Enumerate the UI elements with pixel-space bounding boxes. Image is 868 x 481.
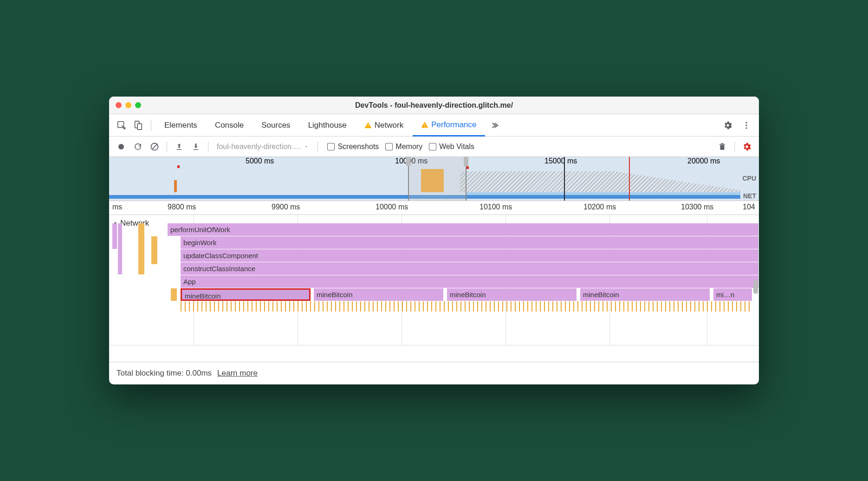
flame-frame-minebitcoin[interactable]: mineBitcoin (447, 288, 577, 301)
net-line-light (466, 192, 740, 195)
profile-select[interactable]: foul-heavenly-direction.… (213, 143, 313, 151)
svg-rect-4 (368, 126, 368, 127)
maximize-window-button[interactable] (135, 102, 141, 108)
divider (317, 142, 318, 152)
screenshots-checkbox[interactable]: Screenshots (327, 143, 379, 151)
flame-frame[interactable]: beginWork (181, 236, 759, 249)
memory-checkbox[interactable]: Memory (385, 143, 422, 151)
flame-frame-minebitcoin[interactable]: mi…n (713, 288, 752, 301)
reload-record-button[interactable] (130, 139, 145, 154)
close-window-button[interactable] (116, 102, 122, 108)
long-task-marker (177, 165, 180, 168)
download-profile-button[interactable] (188, 139, 203, 154)
marker-line-red (629, 157, 630, 201)
divider (151, 120, 151, 131)
svg-point-9 (745, 127, 747, 129)
cpu-hatched (460, 171, 740, 192)
chevron-down-icon (304, 144, 309, 150)
overview-tick: 15000 ms (544, 157, 577, 165)
divider (208, 142, 208, 152)
time-ruler[interactable]: ms 9800 ms 9900 ms 10000 ms 10100 ms 102… (109, 201, 759, 215)
tab-console[interactable]: Console (207, 114, 252, 136)
divider (734, 142, 735, 152)
warning-icon (364, 122, 372, 129)
record-button[interactable] (114, 139, 129, 154)
tab-elements[interactable]: Elements (156, 114, 206, 136)
overview-selection[interactable] (408, 157, 466, 201)
blocking-time-text: Total blocking time: 0.00ms (117, 369, 212, 378)
flame-frame[interactable]: App (181, 275, 759, 288)
delete-profile-button[interactable] (715, 139, 730, 154)
selection-handle-right[interactable] (464, 157, 468, 166)
tab-label: Network (375, 121, 403, 130)
tab-performance[interactable]: Performance (413, 114, 485, 136)
svg-point-8 (745, 124, 747, 126)
ruler-tick: 9800 ms (168, 203, 196, 211)
flame-frame-orange[interactable] (171, 288, 177, 301)
kebab-menu-icon[interactable] (738, 117, 754, 133)
overview-tick: 20000 ms (687, 157, 720, 165)
inspect-element-icon[interactable] (114, 117, 130, 133)
upload-profile-button[interactable] (172, 139, 187, 154)
flame-frame[interactable]: constructClassInstance (181, 262, 759, 275)
overview-tick: 5000 ms (246, 157, 274, 165)
svg-line-12 (152, 144, 157, 150)
flame-frame-minebitcoin[interactable]: mineBitcoin (580, 288, 710, 301)
clear-button[interactable] (147, 139, 162, 154)
svg-rect-5 (425, 124, 425, 125)
performance-toolbar: foul-heavenly-direction.… Screenshots Me… (109, 136, 759, 157)
cpu-label: CPU (742, 175, 756, 182)
tab-label: Lighthouse (308, 121, 347, 130)
svg-rect-3 (368, 124, 368, 126)
flame-frame[interactable]: updateClassComponent (181, 249, 759, 262)
ruler-tick: 10300 ms (681, 203, 713, 211)
flame-frame-minebitcoin[interactable]: mineBitcoin (181, 288, 311, 301)
selection-handle-left[interactable] (406, 157, 411, 166)
timeline-overview[interactable]: 5000 ms 10000 ms 15000 ms 20000 ms CPU N… (109, 157, 759, 201)
tabbar: Elements Console Sources Lighthouse Netw… (109, 114, 759, 136)
microtask-ticks (181, 301, 752, 312)
checkbox-icon (327, 143, 335, 150)
ruler-tick: ms (112, 203, 122, 211)
svg-point-10 (118, 144, 124, 150)
marker-line (564, 157, 565, 201)
traffic-lights (116, 102, 141, 108)
devtools-window: DevTools - foul-heavenly-direction.glitc… (109, 97, 759, 384)
tab-lighthouse[interactable]: Lighthouse (300, 114, 355, 136)
footer: Total blocking time: 0.00ms Learn more (109, 362, 759, 384)
window-title: DevTools - foul-heavenly-direction.glitc… (355, 101, 513, 110)
tab-label: Console (215, 121, 244, 130)
spacer-row (109, 345, 759, 362)
cpu-activity (174, 180, 177, 192)
titlebar: DevTools - foul-heavenly-direction.glitc… (109, 97, 759, 114)
warning-icon (421, 121, 428, 129)
webvitals-checkbox[interactable]: Web Vitals (429, 143, 474, 151)
tab-label: Performance (431, 120, 476, 130)
scrollbar-thumb[interactable] (753, 280, 758, 294)
flame-frame-minebitcoin[interactable]: mineBitcoin (314, 288, 444, 301)
checkbox-label: Web Vitals (439, 143, 474, 151)
capture-settings-icon[interactable] (739, 139, 754, 154)
profile-name: foul-heavenly-direction.… (217, 143, 301, 151)
tab-label: Sources (261, 121, 290, 130)
settings-icon[interactable] (720, 117, 736, 133)
checkbox-label: Screenshots (337, 143, 379, 151)
ruler-tick: 10200 ms (583, 203, 616, 211)
tab-network[interactable]: Network (356, 114, 412, 136)
long-task-marker (466, 166, 469, 169)
net-label: NET (743, 192, 756, 200)
more-tabs-icon[interactable] (486, 117, 502, 133)
checkbox-label: Memory (395, 143, 422, 151)
tab-label: Elements (164, 121, 197, 130)
checkbox-icon (385, 143, 393, 150)
flame-chart-area[interactable]: Network performUnitOfWork beginWork upda… (109, 215, 759, 345)
svg-point-7 (745, 122, 747, 123)
learn-more-link[interactable]: Learn more (217, 369, 258, 378)
minimize-window-button[interactable] (125, 102, 131, 108)
svg-rect-2 (137, 124, 142, 130)
flame-frame[interactable]: performUnitOfWork (168, 223, 759, 236)
tab-sources[interactable]: Sources (253, 114, 298, 136)
device-toolbar-icon[interactable] (130, 117, 146, 133)
scrollbar[interactable] (752, 215, 759, 345)
ruler-tick: 9900 ms (272, 203, 300, 211)
